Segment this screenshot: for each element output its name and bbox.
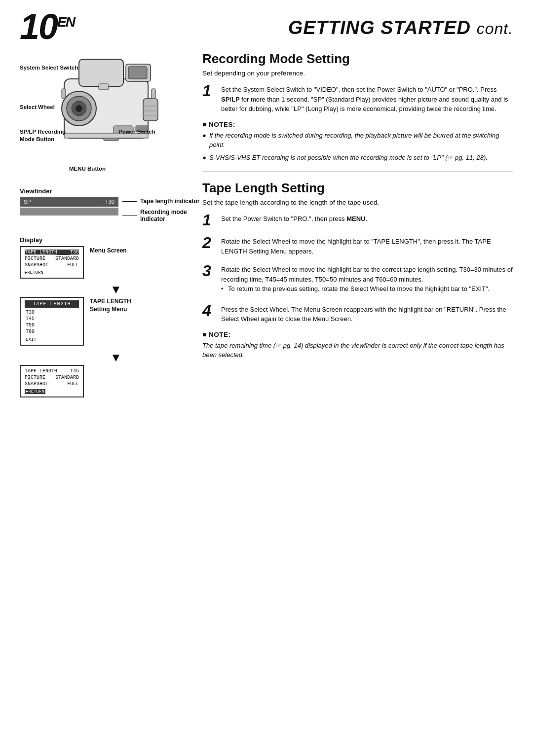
menu-row2-snapshot: SNAPSHOT FULL (25, 381, 79, 387)
notes-section: NOTES: If the recording mode is switched… (202, 121, 513, 163)
menu-screen-row2: TAPE LENGTH T45 PICTURE STANDARD SNAPSHO… (20, 365, 188, 397)
tape-length-indicator-line: Tape length indicator (122, 198, 199, 205)
svg-point-7 (76, 105, 82, 112)
tape-step-number-2: 2 (202, 235, 216, 256)
tape-length-subtitle: Set the tape length according to the len… (202, 199, 513, 206)
right-column: Recording Mode Setting Set depending on … (202, 49, 513, 402)
recording-mode-subtitle: Set depending on your preference. (202, 70, 513, 77)
tape-length-step2: 2 Rotate the Select Wheel to move the hi… (202, 235, 513, 256)
tape-length-title: Tape Length Setting (202, 180, 513, 196)
tape-length-section: Tape Length Setting Set the tape length … (202, 180, 513, 360)
tape-note-text: The tape remaining time (☞ pg. 14) displ… (202, 341, 513, 360)
left-column: System Select Switch Select Wheel SP/LP … (20, 49, 188, 402)
tl-t45: T45 (25, 316, 79, 322)
recording-mode-title: Recording Mode Setting (202, 51, 513, 67)
tl-t50: T50 (25, 323, 79, 328)
system-select-switch-label: System Select Switch (20, 64, 78, 72)
tape-note-title: NOTE: (202, 331, 513, 338)
menu-button-label: MENU Button (69, 165, 106, 173)
display-section: Display TAPE LENGTH T30 PICTURE STANDARD… (20, 236, 188, 397)
svg-rect-18 (152, 89, 155, 99)
tape-step-text-4: Press the Select Wheel. The Menu Screen … (221, 303, 513, 324)
step-number-1: 1 (202, 83, 216, 114)
menu-screen-box1: TAPE LENGTH T30 PICTURE STANDARD SNAPSHO… (20, 246, 84, 279)
tl-exit: EXIT (25, 337, 79, 342)
tape-length-step4: 4 Press the Select Wheel. The Menu Scree… (202, 303, 513, 324)
svg-rect-8 (99, 84, 109, 90)
menu-screen-box2: TAPE LENGTH T45 PICTURE STANDARD SNAPSHO… (20, 365, 84, 397)
tl-t30: T30 (25, 310, 79, 315)
tape-length-menu-row: TAPE LENGTH T30 T45 T50 T60 EXIT TAPE LE… (20, 297, 188, 347)
arrow-down-2: ▼ (44, 352, 188, 363)
tape-note-section: NOTE: The tape remaining time (☞ pg. 14)… (202, 331, 513, 360)
camera-diagram: System Select Switch Select Wheel SP/LP … (20, 49, 178, 178)
menu-row-picture: PICTURE STANDARD (25, 256, 79, 261)
tl-t60: T60 (25, 329, 79, 334)
step3-bullet: To return to the previous setting, rotat… (221, 284, 513, 294)
step-text-1: Set the System Select Switch to "VIDEO",… (221, 83, 513, 114)
select-wheel-label: Select Wheel (20, 104, 55, 111)
tape-step-number-1: 1 (202, 212, 216, 228)
menu-row2-tape: TAPE LENGTH T45 (25, 368, 79, 374)
menu-screen-label: Menu Screen (90, 247, 127, 255)
svg-rect-3 (128, 67, 147, 79)
menu-row-tape: TAPE LENGTH T30 (25, 250, 79, 255)
tape-step-text-2: Rotate the Select Wheel to move the high… (221, 235, 513, 256)
page-number: 10EN (20, 9, 75, 44)
menu-row-snapshot: SNAPSHOT FULL (25, 262, 79, 268)
vf-sp: SP (24, 199, 31, 205)
menu-return1: ▶RETURN (25, 270, 79, 275)
menu-row2-picture: PICTURE STANDARD (25, 375, 79, 380)
tape-length-header: TAPE LENGTH (25, 300, 79, 308)
tape-length-setting-label: TAPE LENGTHSetting Menu (90, 298, 131, 313)
menu-return2: ▶RETURN (25, 389, 79, 394)
tape-length-menu-box: TAPE LENGTH T30 T45 T50 T60 EXIT (20, 297, 84, 346)
power-switch-label: Power Switch (118, 128, 155, 136)
tape-length-step1: 1 Set the Power Switch to "PRO.", then p… (202, 212, 513, 228)
recording-mode-indicator-line: Recording modeindicator (122, 209, 199, 222)
menu-screen-row1: TAPE LENGTH T30 PICTURE STANDARD SNAPSHO… (20, 246, 188, 279)
svg-rect-9 (143, 99, 158, 121)
tape-step-text-1: Set the Power Switch to "PRO.", then pre… (221, 212, 367, 228)
notes-title: NOTES: (202, 121, 513, 128)
vf-t30: T30 (105, 199, 114, 205)
display-label: Display (20, 236, 188, 244)
note-item-1: If the recording mode is switched during… (202, 131, 513, 150)
viewfinder-section: Viewfinder SP T30 Tape length indicator (20, 187, 188, 226)
recording-mode-section: Recording Mode Setting Set depending on … (202, 51, 513, 162)
viewfinder-box: SP T30 (20, 197, 118, 207)
tape-step-number-4: 4 (202, 303, 216, 324)
tape-step-text-3: Rotate the Select Wheel to move the high… (221, 263, 513, 296)
section-divider (202, 171, 513, 172)
header-title: GETTING STARTED cont. (288, 9, 513, 38)
svg-rect-17 (62, 89, 66, 99)
recording-mode-step1: 1 Set the System Select Switch to "VIDEO… (202, 83, 513, 114)
arrow-down-1: ▼ (44, 284, 188, 295)
page-header: 10EN GETTING STARTED cont. (0, 0, 533, 44)
svg-rect-1 (79, 59, 123, 86)
tape-length-step3: 3 Rotate the Select Wheel to move the hi… (202, 263, 513, 296)
sp-lp-label: SP/LP RecordingMode Button (20, 128, 66, 143)
note-item-2: S-VHS/S-VHS ET recording is not possible… (202, 153, 513, 163)
viewfinder-label: Viewfinder (20, 187, 188, 195)
tape-step-number-3: 3 (202, 263, 216, 296)
